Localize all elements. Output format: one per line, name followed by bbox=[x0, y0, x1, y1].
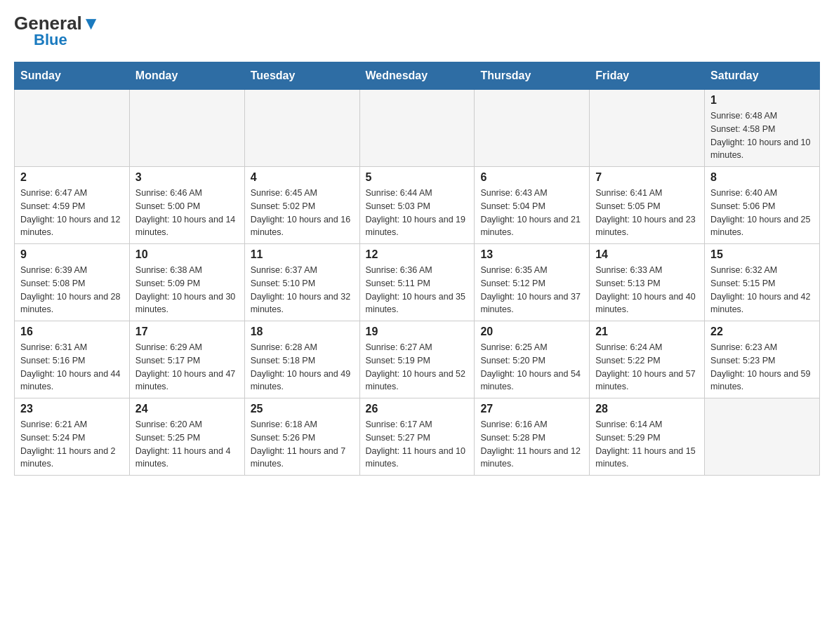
day-info: Sunrise: 6:18 AMSunset: 5:26 PMDaylight:… bbox=[251, 418, 354, 471]
day-cell bbox=[15, 90, 130, 167]
day-info: Sunrise: 6:20 AMSunset: 5:25 PMDaylight:… bbox=[135, 418, 239, 471]
day-cell: 6Sunrise: 6:43 AMSunset: 5:04 PMDaylight… bbox=[475, 167, 590, 244]
day-cell: 21Sunrise: 6:24 AMSunset: 5:22 PMDayligh… bbox=[590, 321, 705, 398]
day-info: Sunrise: 6:33 AMSunset: 5:13 PMDaylight:… bbox=[595, 264, 699, 316]
day-info: Sunrise: 6:48 AMSunset: 4:58 PMDaylight:… bbox=[710, 109, 814, 162]
day-cell: 25Sunrise: 6:18 AMSunset: 5:26 PMDayligh… bbox=[244, 398, 359, 476]
day-number: 27 bbox=[480, 403, 583, 415]
day-cell: 24Sunrise: 6:20 AMSunset: 5:25 PMDayligh… bbox=[129, 398, 244, 476]
day-cell: 26Sunrise: 6:17 AMSunset: 5:27 PMDayligh… bbox=[359, 398, 475, 476]
day-info: Sunrise: 6:31 AMSunset: 5:16 PMDaylight:… bbox=[20, 341, 124, 394]
day-number: 19 bbox=[366, 326, 469, 338]
day-cell: 12Sunrise: 6:36 AMSunset: 5:11 PMDayligh… bbox=[359, 244, 475, 321]
day-cell: 17Sunrise: 6:29 AMSunset: 5:17 PMDayligh… bbox=[129, 321, 244, 398]
day-info: Sunrise: 6:40 AMSunset: 5:06 PMDaylight:… bbox=[710, 187, 814, 239]
day-cell: 2Sunrise: 6:47 AMSunset: 4:59 PMDaylight… bbox=[15, 167, 130, 244]
day-number: 10 bbox=[135, 248, 239, 261]
day-cell: 28Sunrise: 6:14 AMSunset: 5:29 PMDayligh… bbox=[590, 398, 705, 476]
day-cell bbox=[475, 90, 590, 167]
day-info: Sunrise: 6:43 AMSunset: 5:04 PMDaylight:… bbox=[480, 187, 583, 239]
day-cell: 4Sunrise: 6:45 AMSunset: 5:02 PMDaylight… bbox=[244, 167, 359, 244]
day-cell: 19Sunrise: 6:27 AMSunset: 5:19 PMDayligh… bbox=[359, 321, 475, 398]
day-cell: 10Sunrise: 6:38 AMSunset: 5:09 PMDayligh… bbox=[129, 244, 244, 321]
week-row-3: 9Sunrise: 6:39 AMSunset: 5:08 PMDaylight… bbox=[15, 244, 820, 321]
day-header-tuesday: Tuesday bbox=[244, 62, 359, 90]
day-info: Sunrise: 6:24 AMSunset: 5:22 PMDaylight:… bbox=[595, 341, 699, 394]
week-row-4: 16Sunrise: 6:31 AMSunset: 5:16 PMDayligh… bbox=[15, 321, 820, 398]
day-number: 5 bbox=[366, 171, 469, 184]
day-info: Sunrise: 6:28 AMSunset: 5:18 PMDaylight:… bbox=[251, 341, 354, 394]
day-info: Sunrise: 6:38 AMSunset: 5:09 PMDaylight:… bbox=[135, 264, 239, 316]
day-cell: 16Sunrise: 6:31 AMSunset: 5:16 PMDayligh… bbox=[15, 321, 130, 398]
day-number: 18 bbox=[251, 326, 354, 338]
day-number: 28 bbox=[595, 403, 699, 415]
day-header-monday: Monday bbox=[129, 62, 244, 90]
day-number: 4 bbox=[251, 171, 354, 184]
day-info: Sunrise: 6:41 AMSunset: 5:05 PMDaylight:… bbox=[595, 187, 699, 239]
day-cell: 22Sunrise: 6:23 AMSunset: 5:23 PMDayligh… bbox=[705, 321, 820, 398]
day-number: 3 bbox=[135, 171, 239, 184]
day-cell: 15Sunrise: 6:32 AMSunset: 5:15 PMDayligh… bbox=[705, 244, 820, 321]
logo: General▼ Blue bbox=[14, 14, 100, 48]
day-cell: 11Sunrise: 6:37 AMSunset: 5:10 PMDayligh… bbox=[244, 244, 359, 321]
day-info: Sunrise: 6:16 AMSunset: 5:28 PMDaylight:… bbox=[480, 418, 583, 471]
day-cell bbox=[705, 398, 820, 476]
day-number: 13 bbox=[480, 248, 583, 261]
day-header-sunday: Sunday bbox=[15, 62, 130, 90]
day-number: 26 bbox=[366, 403, 469, 415]
day-cell: 3Sunrise: 6:46 AMSunset: 5:00 PMDaylight… bbox=[129, 167, 244, 244]
day-info: Sunrise: 6:27 AMSunset: 5:19 PMDaylight:… bbox=[366, 341, 469, 394]
day-info: Sunrise: 6:17 AMSunset: 5:27 PMDaylight:… bbox=[366, 418, 469, 471]
day-cell: 23Sunrise: 6:21 AMSunset: 5:24 PMDayligh… bbox=[15, 398, 130, 476]
day-cell bbox=[129, 90, 244, 167]
day-number: 16 bbox=[20, 326, 124, 338]
week-row-2: 2Sunrise: 6:47 AMSunset: 4:59 PMDaylight… bbox=[15, 167, 820, 244]
day-cell: 7Sunrise: 6:41 AMSunset: 5:05 PMDaylight… bbox=[590, 167, 705, 244]
day-info: Sunrise: 6:46 AMSunset: 5:00 PMDaylight:… bbox=[135, 187, 239, 239]
calendar-body: 1Sunrise: 6:48 AMSunset: 4:58 PMDaylight… bbox=[15, 90, 820, 476]
day-number: 21 bbox=[595, 326, 699, 338]
week-row-5: 23Sunrise: 6:21 AMSunset: 5:24 PMDayligh… bbox=[15, 398, 820, 476]
calendar-header: SundayMondayTuesdayWednesdayThursdayFrid… bbox=[15, 62, 820, 90]
page-header: General▼ Blue bbox=[14, 14, 820, 48]
day-number: 25 bbox=[251, 403, 354, 415]
day-number: 20 bbox=[480, 326, 583, 338]
day-number: 8 bbox=[710, 171, 814, 184]
day-cell: 9Sunrise: 6:39 AMSunset: 5:08 PMDaylight… bbox=[15, 244, 130, 321]
day-cell: 14Sunrise: 6:33 AMSunset: 5:13 PMDayligh… bbox=[590, 244, 705, 321]
week-row-1: 1Sunrise: 6:48 AMSunset: 4:58 PMDaylight… bbox=[15, 90, 820, 167]
logo-general-text: General▼ bbox=[14, 14, 100, 32]
days-of-week-row: SundayMondayTuesdayWednesdayThursdayFrid… bbox=[15, 62, 820, 90]
day-cell: 27Sunrise: 6:16 AMSunset: 5:28 PMDayligh… bbox=[475, 398, 590, 476]
day-info: Sunrise: 6:35 AMSunset: 5:12 PMDaylight:… bbox=[480, 264, 583, 316]
day-cell: 5Sunrise: 6:44 AMSunset: 5:03 PMDaylight… bbox=[359, 167, 475, 244]
day-header-friday: Friday bbox=[590, 62, 705, 90]
day-info: Sunrise: 6:47 AMSunset: 4:59 PMDaylight:… bbox=[20, 187, 124, 239]
day-cell: 13Sunrise: 6:35 AMSunset: 5:12 PMDayligh… bbox=[475, 244, 590, 321]
day-info: Sunrise: 6:37 AMSunset: 5:10 PMDaylight:… bbox=[251, 264, 354, 316]
day-number: 23 bbox=[20, 403, 124, 415]
day-number: 22 bbox=[710, 326, 814, 338]
logo-blue-text: Blue bbox=[34, 32, 67, 48]
day-cell: 20Sunrise: 6:25 AMSunset: 5:20 PMDayligh… bbox=[475, 321, 590, 398]
day-header-thursday: Thursday bbox=[475, 62, 590, 90]
day-number: 7 bbox=[595, 171, 699, 184]
day-number: 14 bbox=[595, 248, 699, 261]
day-number: 15 bbox=[710, 248, 814, 261]
calendar-table: SundayMondayTuesdayWednesdayThursdayFrid… bbox=[14, 62, 820, 476]
day-number: 12 bbox=[366, 248, 469, 261]
day-number: 6 bbox=[480, 171, 583, 184]
day-number: 17 bbox=[135, 326, 239, 338]
day-cell bbox=[590, 90, 705, 167]
day-cell: 18Sunrise: 6:28 AMSunset: 5:18 PMDayligh… bbox=[244, 321, 359, 398]
day-number: 9 bbox=[20, 248, 124, 261]
day-info: Sunrise: 6:36 AMSunset: 5:11 PMDaylight:… bbox=[366, 264, 469, 316]
day-number: 2 bbox=[20, 171, 124, 184]
day-info: Sunrise: 6:25 AMSunset: 5:20 PMDaylight:… bbox=[480, 341, 583, 394]
day-number: 11 bbox=[251, 248, 354, 261]
logo-arrow: ▼ bbox=[82, 13, 100, 34]
day-info: Sunrise: 6:44 AMSunset: 5:03 PMDaylight:… bbox=[366, 187, 469, 239]
day-info: Sunrise: 6:45 AMSunset: 5:02 PMDaylight:… bbox=[251, 187, 354, 239]
day-number: 1 bbox=[710, 94, 814, 107]
day-info: Sunrise: 6:29 AMSunset: 5:17 PMDaylight:… bbox=[135, 341, 239, 394]
